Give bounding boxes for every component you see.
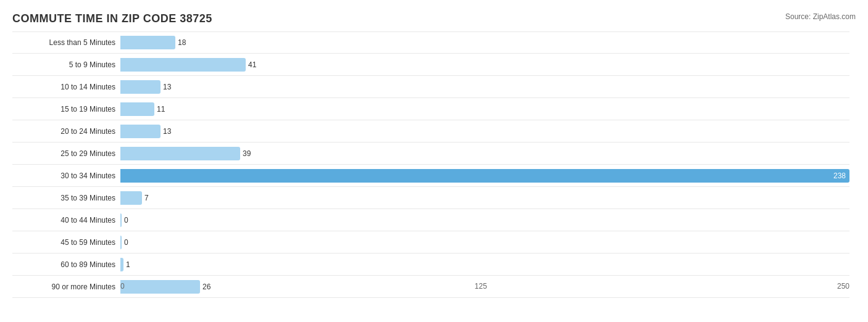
bar-fill: 238 bbox=[120, 169, 849, 183]
bar-fill bbox=[120, 58, 246, 72]
bar-fill bbox=[120, 147, 240, 160]
bar-track: 18 bbox=[120, 36, 849, 49]
bar-value: 39 bbox=[243, 149, 251, 158]
bar-track: 1 bbox=[120, 258, 849, 271]
bar-row: Less than 5 Minutes18 bbox=[12, 31, 849, 54]
bar-label: 60 to 89 Minutes bbox=[12, 260, 120, 269]
bar-fill bbox=[120, 80, 161, 94]
bar-label: 5 to 9 Minutes bbox=[12, 60, 120, 69]
chart-container: COMMUTE TIME IN ZIP CODE 38725 Source: Z… bbox=[0, 0, 868, 322]
chart-title: COMMUTE TIME IN ZIP CODE 38725 bbox=[12, 12, 212, 25]
bar-fill bbox=[120, 191, 142, 205]
bar-value: 13 bbox=[163, 127, 171, 136]
bar-row: 10 to 14 Minutes13 bbox=[12, 76, 849, 98]
x-axis-label: 125 bbox=[475, 282, 487, 291]
bar-fill bbox=[120, 213, 122, 227]
x-axis-label: 250 bbox=[837, 282, 849, 291]
bar-value: 11 bbox=[157, 105, 165, 114]
bar-track: 238 bbox=[120, 169, 849, 183]
bar-value: 0 bbox=[124, 238, 128, 247]
bar-value: 7 bbox=[144, 194, 149, 202]
bar-track: 11 bbox=[120, 102, 849, 116]
bar-label: 30 to 34 Minutes bbox=[12, 171, 120, 180]
bar-row: 45 to 59 Minutes0 bbox=[12, 231, 849, 254]
bar-track: 7 bbox=[120, 191, 849, 205]
bar-label: 15 to 19 Minutes bbox=[12, 105, 120, 114]
bar-row: 20 to 24 Minutes13 bbox=[12, 120, 849, 142]
bar-row: 60 to 89 Minutes1 bbox=[12, 254, 849, 276]
bar-fill bbox=[120, 236, 122, 249]
bar-label: 35 to 39 Minutes bbox=[12, 194, 120, 202]
x-axis-label: 0 bbox=[120, 282, 125, 291]
bar-track: 0 bbox=[120, 213, 849, 227]
bar-track: 39 bbox=[120, 147, 849, 160]
bar-fill bbox=[120, 102, 154, 116]
bar-fill bbox=[120, 258, 123, 271]
bar-value: 13 bbox=[163, 83, 171, 91]
bar-track: 13 bbox=[120, 125, 849, 138]
bar-label: Less than 5 Minutes bbox=[12, 38, 120, 47]
bar-label: 10 to 14 Minutes bbox=[12, 83, 120, 91]
rows-area: Less than 5 Minutes185 to 9 Minutes4110 … bbox=[12, 31, 849, 272]
bar-value: 238 bbox=[833, 171, 846, 180]
bar-row: 15 to 19 Minutes11 bbox=[12, 98, 849, 120]
bar-label: 20 to 24 Minutes bbox=[12, 127, 120, 136]
bar-row: 5 to 9 Minutes41 bbox=[12, 54, 849, 76]
bar-row: 25 to 29 Minutes39 bbox=[12, 142, 849, 165]
bar-track: 41 bbox=[120, 58, 849, 72]
bar-value: 0 bbox=[124, 216, 128, 225]
chart-source: Source: ZipAtlas.com bbox=[785, 12, 856, 21]
x-axis: 0125250 bbox=[120, 282, 849, 291]
bar-track: 0 bbox=[120, 236, 849, 249]
bar-fill bbox=[120, 36, 175, 49]
bar-row: 40 to 44 Minutes0 bbox=[12, 209, 849, 231]
bar-label: 90 or more Minutes bbox=[12, 283, 120, 291]
bar-row: 30 to 34 Minutes238 bbox=[12, 165, 849, 187]
bar-value: 1 bbox=[126, 260, 130, 269]
bar-row: 35 to 39 Minutes7 bbox=[12, 187, 849, 209]
chart-body: Less than 5 Minutes185 to 9 Minutes4110 … bbox=[12, 31, 856, 291]
bar-label: 45 to 59 Minutes bbox=[12, 238, 120, 247]
bar-label: 25 to 29 Minutes bbox=[12, 149, 120, 158]
bar-value: 41 bbox=[248, 60, 256, 69]
bar-fill bbox=[120, 125, 161, 138]
bar-value: 18 bbox=[178, 38, 186, 47]
bar-label: 40 to 44 Minutes bbox=[12, 216, 120, 225]
chart-header: COMMUTE TIME IN ZIP CODE 38725 Source: Z… bbox=[12, 12, 856, 25]
bar-track: 13 bbox=[120, 80, 849, 94]
